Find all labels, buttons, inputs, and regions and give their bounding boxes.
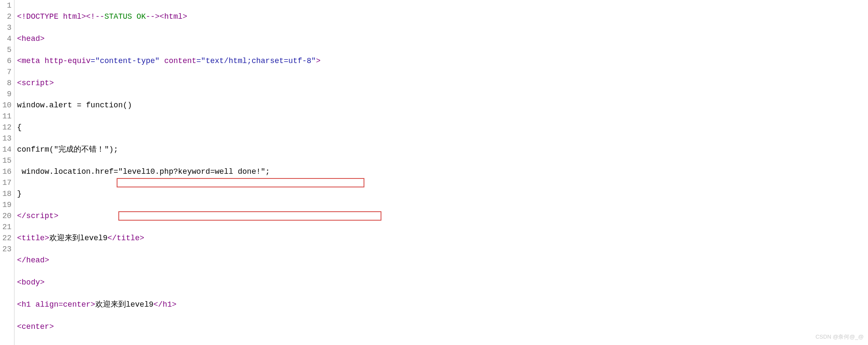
line-number: 6 — [1, 55, 11, 66]
code-line: <script> — [17, 78, 868, 89]
line-number: 10 — [1, 100, 11, 111]
line-number: 7 — [1, 66, 11, 78]
line-number: 4 — [1, 33, 11, 44]
line-number: 8 — [1, 78, 11, 89]
line-number: 17 — [1, 177, 11, 188]
code-line: <title>欢迎来到level9</title> — [17, 233, 868, 244]
code-line: <head> — [17, 33, 868, 44]
code-line: <body> — [17, 277, 868, 288]
code-line: window.alert = function() — [17, 100, 868, 111]
code-line: <center> — [17, 321, 868, 332]
line-number: 19 — [1, 199, 11, 210]
code-line: </script> — [17, 210, 868, 221]
code-line: </head> — [17, 255, 868, 266]
line-number: 15 — [1, 155, 11, 166]
code-line: confirm("完成的不错！"); — [17, 144, 868, 155]
code-line: <form action=level9.php method=GET> — [17, 343, 868, 345]
watermark: CSDN @奈何@_@ — [816, 331, 864, 342]
code-line: } — [17, 188, 868, 199]
code-line: <meta http-equiv="content-type" content=… — [17, 55, 868, 66]
code-line: <h1 align=center>欢迎来到level9</h1> — [17, 299, 868, 310]
code-line: <!DOCTYPE html><!--STATUS OK--><html> — [17, 11, 868, 22]
line-number: 22 — [1, 233, 11, 244]
line-number: 13 — [1, 133, 11, 144]
highlight-box-1 — [117, 178, 364, 187]
line-number: 20 — [1, 210, 11, 221]
line-number: 14 — [1, 144, 11, 155]
line-number: 16 — [1, 166, 11, 177]
code-line: { — [17, 122, 868, 133]
line-number: 11 — [1, 111, 11, 122]
line-number: 3 — [1, 22, 11, 33]
line-number: 23 — [1, 244, 11, 255]
line-number: 21 — [1, 221, 11, 233]
line-number: 5 — [1, 44, 11, 55]
code-area[interactable]: <!DOCTYPE html><!--STATUS OK--><html> <h… — [14, 0, 868, 345]
line-number-gutter: 1 2 3 4 5 6 7 8 9 10 11 12 13 14 15 16 1… — [0, 0, 14, 345]
line-number: 9 — [1, 89, 11, 100]
line-number: 18 — [1, 188, 11, 199]
line-number: 2 — [1, 11, 11, 22]
line-number: 12 — [1, 122, 11, 133]
code-line: window.location.href="level10.php?keywor… — [17, 166, 868, 177]
line-number: 1 — [1, 0, 11, 11]
